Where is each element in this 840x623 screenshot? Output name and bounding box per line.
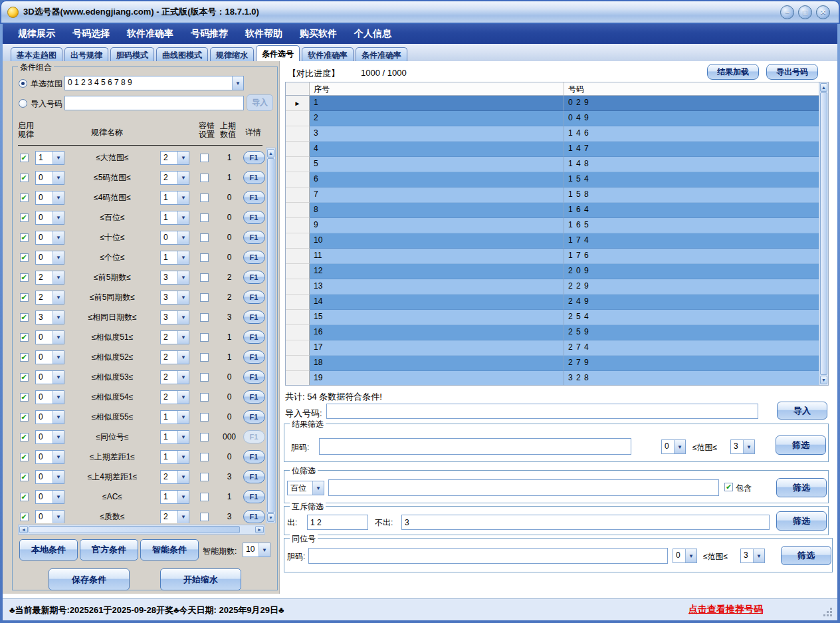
- rule-enabled-checkbox[interactable]: ✔: [20, 433, 29, 441]
- rule-min-select[interactable]: 0▼: [35, 251, 64, 265]
- danma-input[interactable]: [319, 438, 631, 455]
- scroll-down-icon[interactable]: ▼: [820, 376, 827, 384]
- start-shrink-button[interactable]: 开始缩水: [160, 568, 241, 590]
- scroll-thumb[interactable]: [820, 92, 827, 375]
- rule-detail-button[interactable]: F1: [243, 171, 265, 184]
- rule-enabled-checkbox[interactable]: ✔: [20, 393, 29, 402]
- chevron-down-icon[interactable]: ▼: [52, 331, 64, 344]
- chevron-down-icon[interactable]: ▼: [177, 152, 189, 164]
- smart-condition-button[interactable]: 智能条件: [140, 539, 199, 561]
- chevron-down-icon[interactable]: ▼: [232, 76, 243, 90]
- rule-tolerance-checkbox[interactable]: [200, 513, 209, 521]
- rule-max-select[interactable]: 2▼: [160, 510, 189, 524]
- chevron-down-icon[interactable]: ▼: [52, 411, 64, 424]
- rule-enabled-checkbox[interactable]: ✔: [20, 233, 29, 242]
- rule-max-select[interactable]: 2▼: [160, 370, 189, 384]
- rule-enabled-checkbox[interactable]: ✔: [20, 513, 29, 521]
- rule-min-select[interactable]: 0▼: [35, 231, 64, 245]
- rule-detail-button[interactable]: F1: [243, 390, 265, 404]
- chevron-down-icon[interactable]: ▼: [52, 311, 64, 324]
- menu-item[interactable]: 软件帮助: [237, 25, 291, 43]
- chevron-down-icon[interactable]: ▼: [52, 271, 64, 284]
- rule-tolerance-checkbox[interactable]: [200, 213, 209, 222]
- chevron-down-icon[interactable]: ▼: [52, 491, 64, 503]
- rule-tolerance-checkbox[interactable]: [200, 233, 209, 242]
- rule-tolerance-checkbox[interactable]: [200, 433, 209, 441]
- rule-enabled-checkbox[interactable]: ✔: [20, 493, 29, 501]
- rule-tolerance-checkbox[interactable]: [200, 493, 209, 501]
- rule-detail-button[interactable]: F1: [243, 151, 265, 164]
- rule-tolerance-checkbox[interactable]: [200, 174, 209, 182]
- tab[interactable]: 条件选号: [256, 45, 300, 61]
- chevron-down-icon[interactable]: ▼: [177, 191, 189, 204]
- rule-min-select[interactable]: 0▼: [35, 450, 64, 464]
- chevron-down-icon[interactable]: ▼: [312, 481, 324, 495]
- rule-min-select[interactable]: 1▼: [35, 151, 64, 165]
- rule-max-select[interactable]: 1▼: [160, 450, 189, 464]
- resize-grip-icon[interactable]: [824, 608, 832, 616]
- chevron-down-icon[interactable]: ▼: [177, 411, 189, 424]
- rule-enabled-checkbox[interactable]: ✔: [20, 453, 29, 461]
- rule-tolerance-checkbox[interactable]: [200, 273, 209, 282]
- chevron-down-icon[interactable]: ▼: [685, 549, 696, 562]
- rule-detail-button[interactable]: F1: [243, 231, 265, 244]
- table-row[interactable]: 2 0 4 9: [286, 111, 819, 126]
- rule-enabled-checkbox[interactable]: ✔: [20, 413, 29, 422]
- table-row[interactable]: 12 2 0 9: [286, 264, 819, 279]
- rule-min-select[interactable]: 0▼: [35, 330, 64, 344]
- chevron-down-icon[interactable]: ▼: [177, 371, 189, 384]
- tab[interactable]: 曲线图模式: [156, 47, 208, 61]
- rule-detail-button[interactable]: F1: [243, 311, 265, 324]
- rule-max-select[interactable]: 1▼: [160, 251, 189, 265]
- chevron-down-icon[interactable]: ▼: [52, 431, 64, 443]
- import-right-button[interactable]: 导入: [777, 402, 827, 420]
- rule-min-select[interactable]: 0▼: [35, 430, 64, 444]
- rule-min-select[interactable]: 0▼: [35, 390, 64, 404]
- rules-horizontal-scrollbar[interactable]: ◄ ►: [18, 525, 265, 535]
- rule-detail-button[interactable]: F1: [243, 191, 265, 204]
- chevron-down-icon[interactable]: ▼: [177, 172, 189, 184]
- table-row[interactable]: 5 1 4 8: [286, 157, 819, 172]
- rule-tolerance-checkbox[interactable]: [200, 193, 209, 202]
- rule-min-select[interactable]: 0▼: [35, 370, 64, 384]
- chevron-down-icon[interactable]: ▼: [177, 311, 189, 324]
- mutex-filter-button[interactable]: 筛选: [776, 511, 827, 531]
- scroll-thumb[interactable]: [267, 158, 274, 513]
- scroll-up-icon[interactable]: ▲: [267, 149, 274, 158]
- chevron-down-icon[interactable]: ▼: [52, 191, 64, 204]
- rule-max-select[interactable]: 0▼: [160, 231, 189, 245]
- chevron-down-icon[interactable]: ▼: [52, 471, 64, 483]
- table-row[interactable]: 6 1 5 4: [286, 172, 819, 187]
- tab[interactable]: 软件准确率: [302, 47, 354, 61]
- same-danma-input[interactable]: [308, 548, 668, 564]
- chevron-down-icon[interactable]: ▼: [177, 431, 189, 443]
- rule-enabled-checkbox[interactable]: ✔: [20, 253, 29, 262]
- notout-input[interactable]: [401, 515, 770, 530]
- table-row[interactable]: 17 2 7 4: [286, 340, 819, 356]
- rule-min-select[interactable]: 0▼: [35, 490, 64, 504]
- range-max-select[interactable]: 3 ▼: [730, 439, 755, 454]
- table-row[interactable]: 8 1 6 4: [286, 203, 819, 218]
- load-results-button[interactable]: 结果加载: [707, 64, 759, 80]
- rule-tolerance-checkbox[interactable]: [200, 313, 209, 322]
- smart-periods-select[interactable]: 10 ▼: [243, 543, 270, 557]
- rule-min-select[interactable]: 0▼: [35, 410, 64, 424]
- tab[interactable]: 出号规律: [64, 47, 108, 61]
- chevron-down-icon[interactable]: ▼: [52, 211, 64, 224]
- rule-detail-button[interactable]: F1: [243, 291, 265, 304]
- chevron-down-icon[interactable]: ▼: [52, 152, 64, 164]
- chevron-down-icon[interactable]: ▼: [177, 271, 189, 284]
- rule-max-select[interactable]: 1▼: [160, 211, 189, 225]
- menu-item[interactable]: 号码推荐: [182, 25, 237, 43]
- rule-min-select[interactable]: 0▼: [35, 211, 64, 225]
- chevron-down-icon[interactable]: ▼: [52, 351, 64, 364]
- rule-min-select[interactable]: 3▼: [35, 311, 64, 324]
- rule-detail-button[interactable]: F1: [243, 510, 265, 523]
- table-row[interactable]: 15 2 5 4: [286, 310, 819, 325]
- rule-min-select[interactable]: 2▼: [35, 291, 64, 305]
- import-number-radio[interactable]: [19, 99, 27, 108]
- single-range-select[interactable]: 0 1 2 3 4 5 6 7 8 9 ▼: [64, 76, 244, 90]
- recommend-link[interactable]: 点击查看推荐号码: [688, 604, 763, 616]
- menu-item[interactable]: 号码选择: [64, 25, 118, 43]
- table-row[interactable]: 4 1 4 7: [286, 142, 819, 157]
